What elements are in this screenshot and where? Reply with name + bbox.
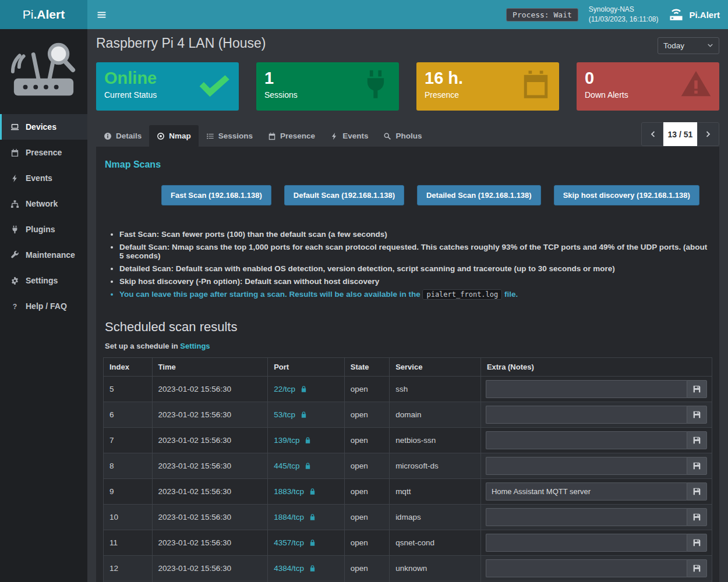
note-input[interactable] <box>486 508 687 526</box>
port-link[interactable]: 22/tcp <box>274 385 295 393</box>
tab[interactable]: Nmap <box>149 125 199 147</box>
save-icon <box>692 410 701 419</box>
port-link[interactable]: 1884/tcp <box>274 513 304 521</box>
sidebar-item[interactable]: Events <box>0 165 87 191</box>
lock-icon <box>300 411 308 418</box>
table-header-row: Index Time Port State Service Extra (Not… <box>104 358 712 377</box>
tab[interactable]: Presence <box>260 125 323 147</box>
port-link[interactable]: 4384/tcp <box>274 564 304 573</box>
cell-service: domain <box>390 402 481 428</box>
scan-info-list: Fast Scan: Scan fewer ports (100) than t… <box>119 230 712 286</box>
scan-button[interactable]: Default Scan (192.168.1.138) <box>284 185 404 205</box>
scan-info-bullet: Detailed Scan: Default scan with enabled… <box>119 264 712 273</box>
note-input[interactable] <box>486 534 687 552</box>
scan-result-row: 9 2023-01-02 15:56:30 1883/tcp open mqtt <box>104 479 712 505</box>
sidebar-toggle-button[interactable] <box>87 0 115 29</box>
save-note-button[interactable] <box>687 431 707 449</box>
note-input[interactable] <box>486 406 687 424</box>
tab-icon <box>383 132 391 140</box>
save-note-button[interactable] <box>687 457 707 475</box>
save-icon <box>692 564 701 573</box>
plug-icon <box>360 69 391 100</box>
warning-icon <box>680 69 712 100</box>
cell-port: 445/tcp <box>268 453 345 479</box>
cell-time: 2023-01-02 15:56:30 <box>152 453 268 479</box>
lock-icon <box>304 436 312 444</box>
sidebar-item[interactable]: Settings <box>0 268 87 293</box>
sidebar-item[interactable]: Maintenance <box>0 242 87 268</box>
user-menu[interactable]: Pi.Alert <box>669 7 720 22</box>
scan-button[interactable]: Detailed Scan (192.168.1.138) <box>417 185 541 205</box>
tab[interactable]: Details <box>96 125 149 147</box>
scan-button[interactable]: Skip host discovery (192.168.1.138) <box>554 185 699 205</box>
note-input[interactable] <box>486 559 687 577</box>
scan-note: You can leave this page after starting a… <box>119 290 712 299</box>
cell-port: 139/tcp <box>268 428 345 453</box>
cell-index: 12 <box>104 556 153 581</box>
scan-info-bullet: Fast Scan: Scan fewer ports (100) than t… <box>119 230 712 239</box>
tab-label: Events <box>342 132 368 140</box>
save-note-button[interactable] <box>687 534 707 552</box>
tab-icon <box>157 132 165 140</box>
status-cards: Online Current Status 1 Sessions 16 h. P… <box>96 62 719 111</box>
save-note-button[interactable] <box>687 380 707 398</box>
log-filename-code: pialert_front.log <box>422 289 502 300</box>
down-alerts-card: 0 Down Alerts <box>577 62 719 111</box>
brand-logo[interactable]: Pi.Alert <box>0 0 87 29</box>
port-link[interactable]: 53/tcp <box>274 410 295 419</box>
scan-result-row: 11 2023-01-02 15:56:30 4357/tcp open qsn… <box>104 530 712 556</box>
port-link[interactable]: 445/tcp <box>274 462 299 470</box>
sidebar-item[interactable]: Devices <box>0 114 87 140</box>
sidebar-item-icon <box>10 200 19 208</box>
scan-button[interactable]: Fast Scan (192.168.1.138) <box>161 185 271 205</box>
cell-port: 22/tcp <box>268 377 345 402</box>
note-input[interactable] <box>486 482 687 501</box>
scheduled-results-title: Scheduled scan results <box>105 320 712 335</box>
sidebar-item[interactable]: Network <box>0 191 87 217</box>
lock-icon <box>309 513 316 521</box>
tab[interactable]: Pholus <box>376 125 429 147</box>
port-link[interactable]: 1883/tcp <box>274 487 304 496</box>
period-select[interactable]: Today <box>658 37 719 54</box>
scan-result-row: 10 2023-01-02 15:56:30 1884/tcp open idm… <box>104 505 712 530</box>
tab-label: Pholus <box>395 132 422 140</box>
lock-icon <box>300 385 308 393</box>
scan-result-row: 6 2023-01-02 15:56:30 53/tcp open domain <box>104 402 712 428</box>
save-note-button[interactable] <box>687 406 707 424</box>
sidebar-item[interactable]: Plugins <box>0 217 87 242</box>
settings-link[interactable]: Settings <box>180 342 210 350</box>
port-link[interactable]: 139/tcp <box>274 436 299 445</box>
sidebar-item[interactable]: Presence <box>0 140 87 165</box>
sidebar-item[interactable]: Help / FAQ <box>0 293 87 319</box>
save-note-button[interactable] <box>687 482 707 501</box>
brand-pi: Pi <box>23 8 34 22</box>
tab[interactable]: Sessions <box>199 125 260 147</box>
host-name: Synology-NAS <box>589 5 659 15</box>
device-pager: 13 / 51 <box>641 122 719 146</box>
sidebar-item-label: Devices <box>26 122 56 132</box>
lock-icon <box>309 565 316 572</box>
col-extra: Extra (Notes) <box>480 358 712 377</box>
note-input[interactable] <box>486 431 687 449</box>
cell-extra <box>480 428 712 453</box>
save-note-button[interactable] <box>687 559 707 577</box>
cell-state: open <box>344 505 389 530</box>
save-note-button[interactable] <box>687 508 707 526</box>
host-datetime: (11/03/2023, 16:11:08) <box>589 15 659 24</box>
note-input[interactable] <box>486 457 687 475</box>
col-state: State <box>344 358 389 377</box>
tab[interactable]: Events <box>323 125 376 147</box>
cell-index: 10 <box>104 505 153 530</box>
host-info: Synology-NAS (11/03/2023, 16:11:08) <box>589 5 659 25</box>
note-input[interactable] <box>486 380 687 398</box>
save-icon <box>692 436 701 445</box>
scan-results-table: Index Time Port State Service Extra (Not… <box>103 357 712 582</box>
cell-index: 7 <box>104 428 153 453</box>
next-device-button[interactable] <box>697 122 719 146</box>
port-link[interactable]: 4357/tcp <box>274 538 304 547</box>
prev-device-button[interactable] <box>641 122 663 146</box>
sidebar: Devices Presence Events Network <box>0 29 87 582</box>
cell-time: 2023-01-02 15:56:30 <box>152 556 268 581</box>
cell-index: 8 <box>104 453 153 479</box>
cell-port: 1883/tcp <box>268 479 345 505</box>
